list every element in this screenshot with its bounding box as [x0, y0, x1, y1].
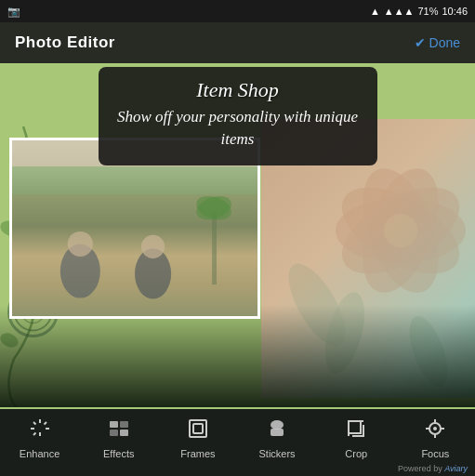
aviary-label: Aviary	[444, 464, 468, 473]
photo-content	[12, 140, 257, 316]
toolbar-item-focus[interactable]: Focus	[407, 417, 463, 459]
item-shop-popup: Item Shop Show off your personality with…	[99, 67, 377, 165]
toolbar: Enhance Effects Frames	[0, 409, 475, 476]
svg-point-43	[433, 427, 437, 430]
svg-rect-21	[212, 213, 217, 285]
done-label: Done	[429, 35, 460, 50]
svg-rect-34	[120, 430, 128, 436]
time-display: 10:46	[442, 6, 468, 17]
canvas-area: Item Shop Show off your personality with…	[0, 63, 475, 407]
phone-icon: 📷	[7, 6, 20, 18]
effects-icon	[108, 417, 130, 445]
svg-rect-36	[193, 424, 203, 433]
toolbar-item-enhance[interactable]: Enhance	[12, 417, 68, 459]
svg-line-30	[33, 422, 36, 425]
toolbar-item-frames[interactable]: Frames	[170, 417, 226, 459]
battery-level: 71%	[417, 6, 438, 17]
checkmark-icon: ✔	[415, 35, 426, 50]
svg-point-37	[270, 420, 284, 430]
svg-line-25	[44, 422, 46, 425]
crop-icon	[345, 417, 367, 445]
toolbar-item-effects[interactable]: Effects	[91, 417, 147, 459]
powered-by-text: Powered by Aviary	[0, 463, 475, 476]
svg-rect-32	[120, 421, 128, 428]
status-left: 📷	[7, 6, 20, 18]
status-right: ▲ ▲▲▲ 71% 10:46	[370, 6, 468, 17]
enhance-label: Enhance	[20, 448, 59, 459]
svg-rect-31	[110, 421, 118, 428]
powered-by-label: Powered by	[398, 464, 442, 473]
stickers-icon	[266, 417, 288, 445]
popup-subtitle: Show off your personality with unique it…	[117, 106, 359, 151]
focus-icon	[424, 417, 446, 445]
signal-icon: ▲▲▲	[384, 6, 415, 17]
frames-icon	[187, 417, 209, 445]
svg-rect-39	[349, 421, 361, 433]
svg-point-12	[384, 214, 417, 247]
focus-label: Focus	[421, 448, 449, 459]
svg-rect-33	[110, 430, 118, 436]
top-bar: Photo Editor ✔ Done	[0, 22, 475, 63]
bottom-overlay	[0, 305, 475, 407]
toolbar-items: Enhance Effects Frames	[0, 409, 475, 463]
svg-rect-38	[270, 429, 284, 436]
effects-label: Effects	[103, 448, 134, 459]
svg-point-18	[68, 231, 93, 257]
stickers-label: Stickers	[258, 448, 295, 459]
done-button[interactable]: ✔ Done	[415, 35, 460, 50]
svg-rect-35	[190, 420, 206, 437]
app-title: Photo Editor	[15, 33, 115, 52]
enhance-icon	[29, 417, 51, 445]
crop-label: Crop	[345, 448, 367, 459]
svg-line-28	[33, 432, 36, 435]
wifi-icon: ▲	[370, 6, 380, 17]
toolbar-item-stickers[interactable]: Stickers	[249, 417, 305, 459]
svg-point-20	[141, 235, 165, 258]
popup-title: Item Shop	[117, 78, 359, 102]
frames-label: Frames	[180, 448, 215, 459]
toolbar-item-crop[interactable]: Crop	[328, 417, 384, 459]
status-bar: 📷 ▲ ▲▲▲ 71% 10:46	[0, 0, 475, 22]
